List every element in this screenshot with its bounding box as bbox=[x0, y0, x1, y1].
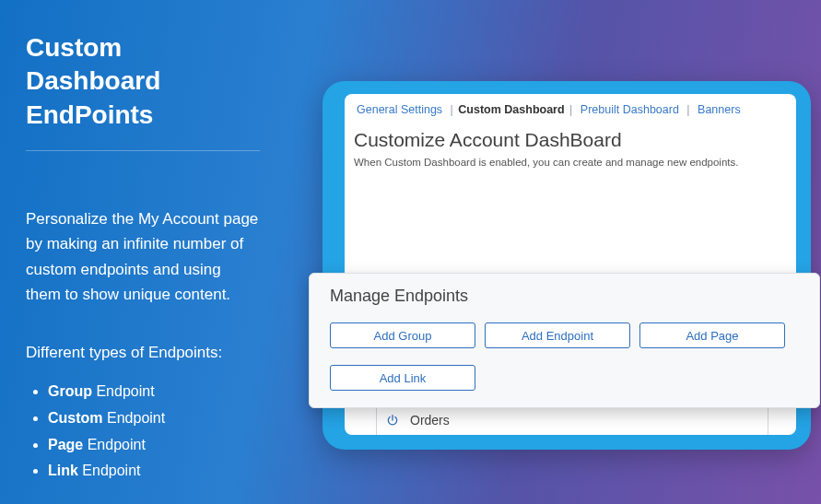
section-header: Customize Account DashBoard When Custom … bbox=[345, 123, 796, 173]
type-item-group: Group Endpoint bbox=[48, 379, 260, 405]
hero-description: Personalize the My Account page by makin… bbox=[26, 206, 260, 307]
tab-general-settings[interactable]: General Settings bbox=[354, 103, 445, 116]
tab-separator: | bbox=[685, 103, 691, 116]
manage-title: Manage Endpoints bbox=[330, 287, 799, 306]
types-list: Group Endpoint Custom Endpoint Page Endp… bbox=[26, 379, 260, 485]
section-title: Customize Account DashBoard bbox=[354, 129, 785, 151]
tab-separator: | bbox=[449, 103, 455, 116]
hero-title: Custom Dashboard EndPoints bbox=[26, 31, 260, 132]
types-heading: Different types of Endpoints: bbox=[26, 344, 260, 362]
tab-separator: | bbox=[568, 103, 574, 116]
add-link-button[interactable]: Add Link bbox=[330, 365, 475, 391]
tab-prebuilt-dashboard[interactable]: Prebuilt Dashboard bbox=[578, 103, 682, 116]
tab-banners[interactable]: Banners bbox=[695, 103, 744, 116]
section-subtitle: When Custom Dashboard is enabled, you ca… bbox=[354, 157, 785, 168]
manage-endpoints-card: Manage Endpoints Add Group Add Endpoint … bbox=[309, 273, 820, 408]
power-icon bbox=[386, 414, 399, 427]
tab-custom-dashboard[interactable]: Custom Dashboard bbox=[458, 103, 564, 116]
add-endpoint-button[interactable]: Add Endpoint bbox=[485, 322, 630, 348]
type-item-link: Link Endpoint bbox=[48, 458, 260, 485]
type-item-page: Page Endpoint bbox=[48, 432, 260, 459]
action-button-row: Add Group Add Endpoint Add Page Add Link bbox=[330, 322, 799, 391]
tabs-bar: General Settings | Custom Dashboard | Pr… bbox=[345, 94, 796, 123]
divider bbox=[26, 150, 260, 151]
type-item-custom: Custom Endpoint bbox=[48, 405, 260, 432]
add-page-button[interactable]: Add Page bbox=[639, 322, 785, 348]
add-group-button[interactable]: Add Group bbox=[330, 322, 475, 348]
hero-sidebar: Custom Dashboard EndPoints Personalize t… bbox=[0, 0, 286, 504]
endpoint-label: Orders bbox=[410, 413, 450, 428]
